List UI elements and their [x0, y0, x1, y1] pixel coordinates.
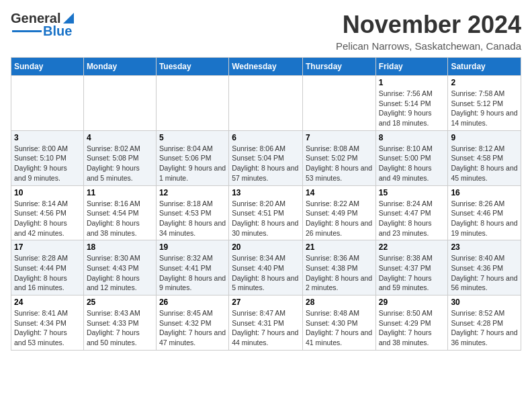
- day-info: Sunrise: 8:14 AM Sunset: 4:56 PM Dayligh…: [14, 199, 81, 238]
- calendar-cell: 13Sunrise: 8:20 AM Sunset: 4:51 PM Dayli…: [229, 185, 303, 240]
- day-number: 19: [159, 242, 226, 252]
- calendar-cell: 23Sunrise: 8:40 AM Sunset: 4:36 PM Dayli…: [448, 240, 521, 295]
- calendar-cell: 5Sunrise: 8:04 AM Sunset: 5:06 PM Daylig…: [156, 130, 228, 185]
- day-number: 16: [451, 188, 518, 197]
- calendar-cell: 6Sunrise: 8:06 AM Sunset: 5:04 PM Daylig…: [229, 130, 303, 185]
- calendar-cell: [302, 76, 375, 131]
- day-number: 26: [159, 298, 226, 307]
- day-info: Sunrise: 8:08 AM Sunset: 5:02 PM Dayligh…: [306, 144, 373, 183]
- calendar-cell: [11, 76, 84, 131]
- day-number: 12: [159, 188, 226, 197]
- day-number: 17: [14, 242, 81, 252]
- day-info: Sunrise: 8:41 AM Sunset: 4:34 PM Dayligh…: [14, 308, 81, 348]
- calendar-week-row: 10Sunrise: 8:14 AM Sunset: 4:56 PM Dayli…: [11, 185, 521, 240]
- calendar-cell: [229, 76, 303, 131]
- day-number: 11: [87, 188, 153, 197]
- calendar-cell: 20Sunrise: 8:34 AM Sunset: 4:40 PM Dayli…: [229, 240, 303, 295]
- calendar-table: SundayMondayTuesdayWednesdayThursdayFrid…: [11, 57, 521, 351]
- calendar-cell: 18Sunrise: 8:30 AM Sunset: 4:43 PM Dayli…: [83, 240, 156, 295]
- day-number: 9: [451, 133, 518, 142]
- day-info: Sunrise: 8:06 AM Sunset: 5:04 PM Dayligh…: [232, 144, 300, 183]
- month-title: November 2024: [336, 11, 521, 39]
- day-info: Sunrise: 8:20 AM Sunset: 4:51 PM Dayligh…: [232, 199, 300, 238]
- day-number: 28: [306, 298, 373, 307]
- day-info: Sunrise: 8:04 AM Sunset: 5:06 PM Dayligh…: [159, 144, 226, 183]
- day-info: Sunrise: 8:40 AM Sunset: 4:36 PM Dayligh…: [451, 253, 518, 293]
- calendar-cell: [83, 76, 156, 131]
- day-number: 14: [306, 188, 373, 197]
- day-number: 30: [451, 298, 518, 307]
- calendar-week-row: 17Sunrise: 8:28 AM Sunset: 4:44 PM Dayli…: [11, 240, 521, 295]
- day-info: Sunrise: 8:48 AM Sunset: 4:30 PM Dayligh…: [306, 308, 373, 348]
- calendar-cell: 16Sunrise: 8:26 AM Sunset: 4:46 PM Dayli…: [448, 185, 521, 240]
- day-info: Sunrise: 7:56 AM Sunset: 5:14 PM Dayligh…: [379, 89, 445, 128]
- calendar-week-row: 24Sunrise: 8:41 AM Sunset: 4:34 PM Dayli…: [11, 295, 521, 351]
- calendar-header-row: SundayMondayTuesdayWednesdayThursdayFrid…: [11, 58, 521, 76]
- calendar-cell: 27Sunrise: 8:47 AM Sunset: 4:31 PM Dayli…: [229, 295, 303, 351]
- day-number: 10: [14, 188, 81, 197]
- day-info: Sunrise: 8:43 AM Sunset: 4:33 PM Dayligh…: [87, 308, 153, 348]
- calendar-cell: 22Sunrise: 8:38 AM Sunset: 4:37 PM Dayli…: [375, 240, 448, 295]
- location-subtitle: Pelican Narrows, Saskatchewan, Canada: [336, 40, 521, 52]
- day-info: Sunrise: 8:18 AM Sunset: 4:53 PM Dayligh…: [159, 199, 226, 238]
- day-number: 15: [379, 188, 445, 197]
- calendar-cell: 14Sunrise: 8:22 AM Sunset: 4:49 PM Dayli…: [302, 185, 375, 240]
- day-number: 20: [232, 242, 300, 252]
- calendar-cell: 21Sunrise: 8:36 AM Sunset: 4:38 PM Dayli…: [302, 240, 375, 295]
- calendar-cell: 3Sunrise: 8:00 AM Sunset: 5:10 PM Daylig…: [11, 130, 84, 185]
- day-info: Sunrise: 7:58 AM Sunset: 5:12 PM Dayligh…: [451, 89, 518, 128]
- calendar-week-row: 3Sunrise: 8:00 AM Sunset: 5:10 PM Daylig…: [11, 130, 521, 185]
- day-number: 24: [14, 298, 81, 307]
- calendar-cell: 15Sunrise: 8:24 AM Sunset: 4:47 PM Dayli…: [375, 185, 448, 240]
- day-info: Sunrise: 8:45 AM Sunset: 4:32 PM Dayligh…: [159, 308, 226, 348]
- calendar-cell: 30Sunrise: 8:52 AM Sunset: 4:28 PM Dayli…: [448, 295, 521, 351]
- day-info: Sunrise: 8:36 AM Sunset: 4:38 PM Dayligh…: [306, 253, 373, 293]
- day-number: 13: [232, 188, 300, 197]
- day-number: 22: [379, 242, 445, 252]
- calendar-cell: 28Sunrise: 8:48 AM Sunset: 4:30 PM Dayli…: [302, 295, 375, 351]
- calendar-cell: 4Sunrise: 8:02 AM Sunset: 5:08 PM Daylig…: [83, 130, 156, 185]
- calendar-cell: 25Sunrise: 8:43 AM Sunset: 4:33 PM Dayli…: [83, 295, 156, 351]
- day-number: 25: [87, 298, 153, 307]
- weekday-header-friday: Friday: [375, 58, 448, 76]
- calendar-cell: 9Sunrise: 8:12 AM Sunset: 4:58 PM Daylig…: [448, 130, 521, 185]
- calendar-cell: 29Sunrise: 8:50 AM Sunset: 4:29 PM Dayli…: [375, 295, 448, 351]
- calendar-cell: 24Sunrise: 8:41 AM Sunset: 4:34 PM Dayli…: [11, 295, 84, 351]
- day-info: Sunrise: 8:52 AM Sunset: 4:28 PM Dayligh…: [451, 308, 518, 348]
- day-info: Sunrise: 8:00 AM Sunset: 5:10 PM Dayligh…: [14, 144, 81, 183]
- day-number: 18: [87, 242, 153, 252]
- calendar-cell: 17Sunrise: 8:28 AM Sunset: 4:44 PM Dayli…: [11, 240, 84, 295]
- day-info: Sunrise: 8:32 AM Sunset: 4:41 PM Dayligh…: [159, 253, 226, 293]
- day-info: Sunrise: 8:28 AM Sunset: 4:44 PM Dayligh…: [14, 253, 81, 293]
- calendar-cell: 26Sunrise: 8:45 AM Sunset: 4:32 PM Dayli…: [156, 295, 228, 351]
- day-number: 5: [159, 133, 226, 142]
- weekday-header-sunday: Sunday: [11, 58, 84, 76]
- calendar-cell: 1Sunrise: 7:56 AM Sunset: 5:14 PM Daylig…: [375, 76, 448, 131]
- day-info: Sunrise: 8:24 AM Sunset: 4:47 PM Dayligh…: [379, 199, 445, 238]
- day-number: 6: [232, 133, 300, 142]
- day-number: 29: [379, 298, 445, 307]
- calendar-cell: 11Sunrise: 8:16 AM Sunset: 4:54 PM Dayli…: [83, 185, 156, 240]
- day-info: Sunrise: 8:26 AM Sunset: 4:46 PM Dayligh…: [451, 199, 518, 238]
- day-info: Sunrise: 8:16 AM Sunset: 4:54 PM Dayligh…: [87, 199, 153, 238]
- calendar-cell: [156, 76, 228, 131]
- logo-blue: Blue: [43, 24, 72, 39]
- day-info: Sunrise: 8:38 AM Sunset: 4:37 PM Dayligh…: [379, 253, 445, 293]
- day-info: Sunrise: 8:02 AM Sunset: 5:08 PM Dayligh…: [87, 144, 153, 183]
- calendar-cell: 8Sunrise: 8:10 AM Sunset: 5:00 PM Daylig…: [375, 130, 448, 185]
- calendar-cell: 19Sunrise: 8:32 AM Sunset: 4:41 PM Dayli…: [156, 240, 228, 295]
- day-info: Sunrise: 8:34 AM Sunset: 4:40 PM Dayligh…: [232, 253, 300, 293]
- day-info: Sunrise: 8:50 AM Sunset: 4:29 PM Dayligh…: [379, 308, 445, 348]
- day-number: 3: [14, 133, 81, 142]
- title-block: November 2024 Pelican Narrows, Saskatche…: [336, 11, 521, 52]
- day-number: 7: [306, 133, 373, 142]
- day-number: 8: [379, 133, 445, 142]
- day-number: 21: [306, 242, 373, 252]
- logo-triangle-icon: [62, 10, 75, 25]
- day-number: 27: [232, 298, 300, 307]
- svg-marker-0: [63, 13, 74, 24]
- day-info: Sunrise: 8:22 AM Sunset: 4:49 PM Dayligh…: [306, 199, 373, 238]
- day-number: 23: [451, 242, 518, 252]
- weekday-header-thursday: Thursday: [302, 58, 375, 76]
- day-info: Sunrise: 8:12 AM Sunset: 4:58 PM Dayligh…: [451, 144, 518, 183]
